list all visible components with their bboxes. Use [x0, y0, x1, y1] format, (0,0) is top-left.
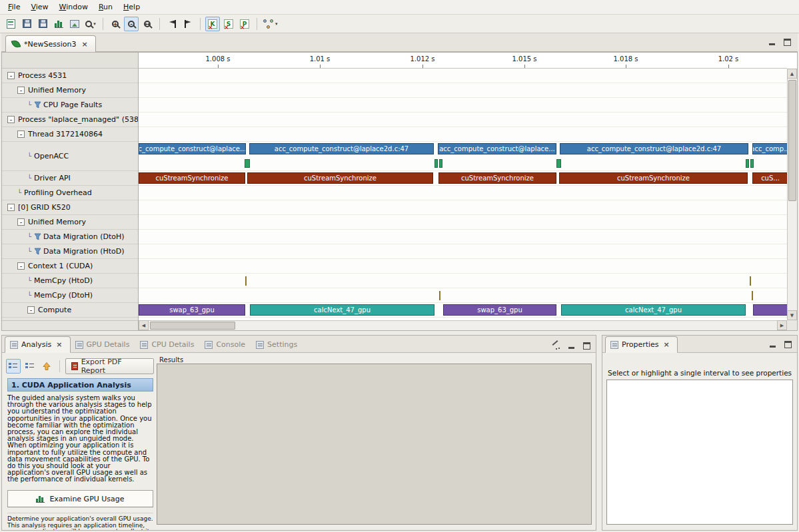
tab-cpu-details[interactable]: CPU Details [135, 337, 200, 352]
report-button[interactable] [51, 17, 66, 31]
track-thread-3172140864[interactable] [139, 127, 787, 142]
collapse-icon[interactable]: - [7, 116, 15, 123]
timeline-row-memcpy-htod[interactable]: └MemCpy (HtoD) [2, 274, 138, 288]
interval-bar[interactable]: cuStreamSynchronize [438, 172, 556, 184]
close-icon[interactable]: × [55, 340, 63, 349]
timeline-row-unified-memory[interactable]: -Unified Memory [2, 83, 138, 98]
track-data-migration-dtoh[interactable] [139, 230, 787, 244]
minimize-view-icon[interactable] [768, 39, 776, 46]
timeline-row-0-grid-k520[interactable]: -[0] GRID K520 [2, 200, 138, 215]
export-pdf-report-button[interactable]: Export PDF Report [65, 358, 154, 374]
track-memcpy-dtoh[interactable] [139, 288, 787, 303]
maximize-panel-icon[interactable] [583, 342, 590, 350]
tab-analysis[interactable]: Analysis× [5, 336, 71, 353]
openacc-wait-marker[interactable] [556, 159, 561, 168]
track-cpu-page-faults[interactable] [139, 98, 787, 113]
timeline-row-data-migration-htod[interactable]: └Data Migration (HtoD) [2, 244, 138, 259]
timeline-row-process-laplace-managed-538[interactable]: -Process "laplace_managed" (538) [2, 113, 138, 127]
interval-bar[interactable]: acc_comp... [752, 143, 787, 154]
view-menu-icon[interactable] [550, 341, 560, 350]
maximize-view-icon[interactable] [784, 39, 791, 46]
interval-bar[interactable]: acc_compute_construct@laplace2d.c:47 [560, 143, 748, 154]
prev-marker-button[interactable] [165, 17, 179, 31]
collapse-icon[interactable]: - [7, 204, 15, 211]
track-unified-memory[interactable] [139, 83, 787, 98]
horizontal-scrollbar[interactable]: ◀ ▶ [139, 320, 787, 330]
interval-bar[interactable]: cuStreamSynchronize [139, 172, 245, 184]
openacc-wait-marker[interactable] [245, 159, 250, 168]
scroll-down-icon[interactable]: ▼ [787, 310, 797, 320]
collapse-icon[interactable]: - [17, 262, 25, 270]
zoom-in-button[interactable]: + [108, 17, 123, 31]
hscroll-thumb[interactable] [150, 322, 235, 330]
collapse-icon[interactable]: - [17, 87, 25, 94]
minimize-panel-icon[interactable] [568, 342, 575, 350]
timeline-row-process-4531[interactable]: -Process 4531 [2, 69, 138, 83]
close-icon[interactable]: × [80, 40, 89, 49]
interval-bar[interactable]: calcNext_47_gpu [250, 304, 434, 316]
track-memcpy-htod[interactable] [139, 274, 787, 288]
menu-help[interactable]: Help [118, 1, 145, 13]
memcpy-interval[interactable] [750, 276, 751, 286]
stream-toggle-button[interactable]: S [221, 17, 236, 31]
vscroll-thumb[interactable] [788, 80, 796, 201]
track-process-laplace-managed-538[interactable] [139, 113, 787, 127]
tab-gpu-details[interactable]: GPU Details [71, 337, 136, 352]
next-marker-button[interactable] [181, 17, 195, 31]
track-compute[interactable]: swap_63_gpucalcNext_47_gpuswap_63_gpucal… [139, 303, 787, 318]
track-data-migration-htod[interactable] [139, 244, 787, 259]
export-image-button[interactable] [67, 17, 82, 31]
openacc-wait-marker[interactable] [750, 159, 754, 168]
minimize-panel-icon[interactable] [769, 341, 776, 348]
track-context-1-cuda[interactable] [139, 259, 787, 274]
memcpy-interval[interactable] [245, 276, 247, 286]
interval-bar[interactable]: swap_63_gpu [443, 304, 556, 316]
openacc-wait-marker[interactable] [434, 159, 438, 168]
memcpy-interval[interactable] [439, 291, 440, 300]
save-timeline-button[interactable] [35, 17, 50, 31]
track-profiling-overhead[interactable] [139, 186, 787, 200]
tab-properties[interactable]: Properties × [605, 336, 678, 353]
session-tab[interactable]: *NewSession3 × [5, 35, 96, 52]
analysis-back-button[interactable] [39, 359, 54, 374]
timeline-row-profiling-overhead[interactable]: └Profiling Overhead [2, 186, 138, 200]
track-openacc[interactable]: c_compute_construct@laplace...acc_comput… [139, 142, 787, 171]
collapse-icon[interactable]: - [17, 131, 25, 138]
interval-bar[interactable]: acc_compute_construct@laplace2d.c:47 [249, 143, 434, 154]
interval-bar[interactable]: acc_compute_construct@laplace... [438, 143, 556, 154]
process-toggle-button[interactable]: P [237, 17, 252, 31]
tab-console[interactable]: Console [200, 337, 251, 352]
maximize-panel-icon[interactable] [784, 341, 792, 348]
track-unified-memory[interactable] [139, 215, 787, 230]
scroll-left-icon[interactable]: ◀ [139, 320, 149, 330]
menu-view[interactable]: View [25, 1, 53, 13]
interval-bar[interactable]: cuStreamSynchronize [247, 172, 433, 184]
collapse-icon[interactable]: - [7, 72, 15, 79]
dependency-analysis-button[interactable]: ▾ [262, 17, 279, 31]
zoom-fit-button[interactable]: ↔ [140, 17, 155, 31]
timeline-row-thread-3172140864[interactable]: -Thread 3172140864 [2, 127, 138, 142]
collapse-icon[interactable]: - [17, 218, 25, 226]
kernel-toggle-button[interactable]: K [205, 17, 220, 31]
search-button[interactable]: ▾ [83, 17, 98, 31]
interval-bar[interactable]: swap_63_gpu [139, 304, 245, 316]
timeline-row-openacc[interactable]: └OpenACC [2, 142, 138, 171]
openacc-wait-marker[interactable] [439, 159, 442, 168]
guided-analysis-button[interactable] [6, 359, 21, 374]
track-process-4531[interactable] [139, 69, 787, 83]
menu-run[interactable]: Run [93, 1, 118, 13]
timeline-row-driver-api[interactable]: └Driver API [2, 171, 138, 186]
timeline-row-data-migration-dtoh[interactable]: └Data Migration (DtoH) [2, 230, 138, 244]
vertical-scrollbar[interactable]: ▲ ▼ [787, 69, 797, 320]
timeline-row-memcpy-dtoh[interactable]: └MemCpy (DtoH) [2, 288, 138, 303]
menu-window[interactable]: Window [54, 1, 93, 13]
interval-bar[interactable]: c_compute_construct@laplace... [139, 143, 246, 154]
close-icon[interactable]: × [662, 340, 671, 349]
timeline-row-cpu-page-faults[interactable]: └CPU Page Faults [2, 98, 138, 113]
timeline-row-context-1-cuda[interactable]: -Context 1 (CUDA) [2, 259, 138, 274]
memcpy-interval[interactable] [752, 291, 753, 300]
interval-bar[interactable] [753, 304, 787, 316]
collapse-icon[interactable]: - [27, 306, 35, 314]
interval-bar[interactable]: cuS... [752, 172, 787, 184]
tab-settings[interactable]: Settings [251, 337, 303, 352]
